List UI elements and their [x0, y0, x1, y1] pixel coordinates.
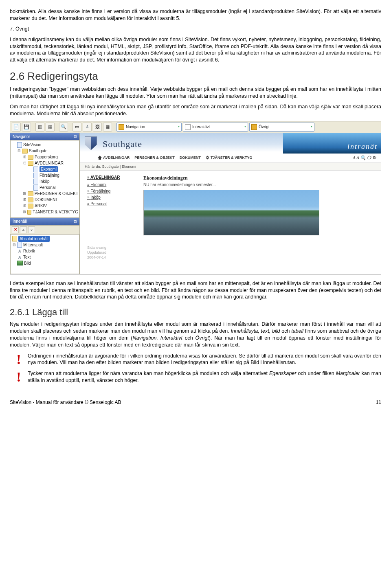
gear-icon: ✲: [206, 155, 209, 161]
folder-icon: [28, 204, 33, 208]
move-up-button[interactable]: ▵: [20, 226, 27, 233]
main-preview: intranät Southgate AVDELNINGAR PERSONER …: [80, 133, 381, 274]
text-a-icon: A: [17, 248, 22, 254]
heading-2-6-1: 2.6.1 Lägga till: [10, 306, 381, 318]
table-insert-button[interactable]: ▦: [103, 123, 112, 132]
selected-content: Absolut innehåll: [18, 236, 50, 242]
paragraph: Om man har rättighet att lägga till nya …: [10, 103, 381, 117]
side-menu[interactable]: » AVDELNINGAR Ekonomi Försäljning Inköp …: [87, 175, 136, 236]
chevron-down-icon: ▾: [174, 125, 180, 129]
exclamation-icon: !: [10, 353, 28, 366]
panel-collapse-icon[interactable]: ⊡: [74, 219, 77, 224]
toolbar: 📄 💾 ▥ ▦ 🔍 ▭ A 🖼 ▦ Navigation ▾ Interakti…: [10, 121, 381, 133]
layout-icon: [17, 242, 22, 248]
page-meta: Sidansvarig Uppdaterad 2004-07-14: [80, 243, 381, 260]
chevron-down-icon: ▾: [240, 125, 246, 129]
new-page-button[interactable]: 📄: [12, 123, 21, 132]
navigation-dropdown[interactable]: Navigation ▾: [116, 123, 182, 132]
exclamation-icon: !: [10, 370, 28, 384]
heading-2-6: 2.6 Redigeringsyta: [10, 69, 381, 83]
tabs-row: AVDELNINGAR PERSONER & OBJEKT DOKUMENT ✲…: [80, 152, 381, 162]
interactive-dropdown[interactable]: Interaktivt ▾: [183, 123, 248, 132]
folder-icon: [27, 210, 31, 215]
paragraph: I redigeringsytan "bygger" man webbsidan…: [10, 86, 381, 100]
note-text: Ordningen i innehållsrutan är avgörande …: [28, 353, 381, 366]
shield-logo: [85, 136, 97, 150]
home-icon: [98, 156, 102, 160]
important-note: ! Tycker man att modulerna ligger för nä…: [10, 370, 381, 384]
layout-button[interactable]: ▥: [35, 123, 44, 132]
important-note: ! Ordningen i innehållsrutan är avgörand…: [10, 353, 381, 366]
banner: intranät: [283, 133, 381, 154]
folder-icon: [28, 191, 33, 196]
page-heading: Ekonomiavdelningen: [143, 175, 376, 181]
left-panel: Navigator ⊡ SiteVision ⊟Southgate ⊞Pappe…: [10, 133, 80, 274]
note-text: Tycker man att modulerna ligger för nära…: [28, 370, 381, 384]
dropdown-label: Övrigt: [259, 124, 270, 130]
menu-item[interactable]: Ekonomi: [87, 182, 136, 188]
content-tree[interactable]: Absolut innehåll ⊟Mittenspalt ARubrik AT…: [10, 234, 79, 274]
folder-icon: [28, 155, 33, 160]
image-icon: [17, 261, 23, 265]
tab-avdelningar[interactable]: AVDELNINGAR: [98, 155, 130, 160]
innehall-panel-title: Innehåll ⊡: [10, 218, 79, 225]
menu-item[interactable]: Inköp: [87, 194, 136, 201]
footer-left: SiteVision - Manual för användare © Sens…: [10, 399, 121, 406]
page-icon: [33, 185, 38, 191]
selected-node: Ekonomi: [40, 166, 58, 172]
folder-icon: [28, 197, 33, 202]
layout-icon: [12, 236, 17, 241]
search-button[interactable]: 🔍: [59, 123, 68, 132]
dropdown-label: Interaktivt: [192, 124, 210, 130]
save-button[interactable]: 💾: [22, 123, 31, 132]
other-icon: [251, 124, 257, 130]
paragraph: I denna rullgardinsmeny kan du välja mel…: [10, 36, 381, 64]
image-button[interactable]: 🖼: [93, 123, 102, 132]
paragraph: Nya moduler i redigeringsytan infogas un…: [10, 321, 381, 349]
editor-screenshot: 📄 💾 ▥ ▦ 🔍 ▭ A 🖼 ▦ Navigation ▾ Interakti…: [10, 121, 381, 274]
table-button[interactable]: ▦: [46, 123, 55, 132]
paragraph: bokmärken. Alla dessa kanske inte finns …: [10, 8, 381, 22]
paragraph: I detta exempel kan man se i innehållsru…: [10, 280, 381, 301]
tab-tjanster[interactable]: ✲TJÄNSTER & VERKTYG: [206, 155, 253, 161]
breadcrumb: Här är du: Southgate | Ekonomi: [80, 162, 381, 171]
folder-icon: [22, 149, 28, 154]
folder-icon: [28, 161, 33, 166]
chevron-down-icon: ▾: [307, 125, 312, 129]
text-button[interactable]: A: [83, 123, 92, 132]
page-number: 11: [376, 399, 381, 406]
add-module-button[interactable]: ▭: [72, 123, 81, 132]
tab-dokument[interactable]: DOKUMENT: [180, 155, 201, 160]
subheading: 7. Övrigt: [10, 26, 381, 33]
page-icon: [33, 179, 38, 184]
menu-item[interactable]: Försäljning: [87, 188, 136, 195]
page-subtext: NU har ekonomiavdelningen semester...: [143, 182, 376, 188]
panel-collapse-icon[interactable]: ⊡: [74, 134, 77, 139]
brand-title: Southgate: [103, 138, 142, 150]
delete-button[interactable]: ✕: [12, 226, 19, 233]
menu-heading: » AVDELNINGAR: [87, 175, 136, 180]
innehall-toolbar: ✕ ▵ ▿: [10, 225, 79, 234]
text-size-controls[interactable]: A A 🔍 ❍ ↻: [353, 155, 376, 161]
page-icon: [33, 173, 38, 178]
nav-icon: [119, 124, 124, 130]
move-down-button[interactable]: ▿: [28, 226, 35, 233]
menu-item[interactable]: Personal: [87, 201, 136, 207]
tab-personer[interactable]: PERSONER & OBJEKT: [134, 155, 175, 160]
other-dropdown[interactable]: Övrigt ▾: [249, 123, 314, 132]
site-icon: [17, 142, 22, 148]
navigator-panel-title: Navigator ⊡: [10, 133, 79, 140]
interactive-icon: [185, 124, 191, 130]
text-a-icon: A: [17, 254, 22, 260]
page-icon: [33, 167, 38, 172]
page-photo: [143, 190, 319, 235]
page-footer: SiteVision - Manual för användare © Sens…: [10, 398, 381, 406]
page-content: Ekonomiavdelningen NU har ekonomiavdelni…: [143, 175, 376, 236]
dropdown-label: Navigation: [126, 124, 145, 130]
site-tree[interactable]: SiteVision ⊟Southgate ⊞Papperskorg ⊟AVDE…: [10, 140, 79, 218]
